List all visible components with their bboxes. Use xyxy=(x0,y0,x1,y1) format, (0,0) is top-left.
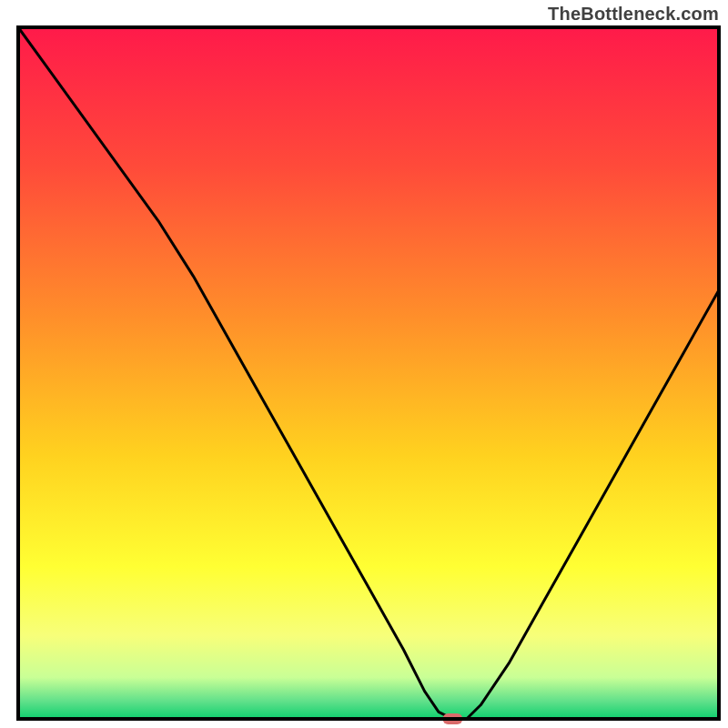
chart-background xyxy=(18,27,719,719)
chart-container: TheBottleneck.com xyxy=(0,0,728,728)
bottleneck-chart xyxy=(0,0,728,728)
watermark-text: TheBottleneck.com xyxy=(548,4,719,25)
